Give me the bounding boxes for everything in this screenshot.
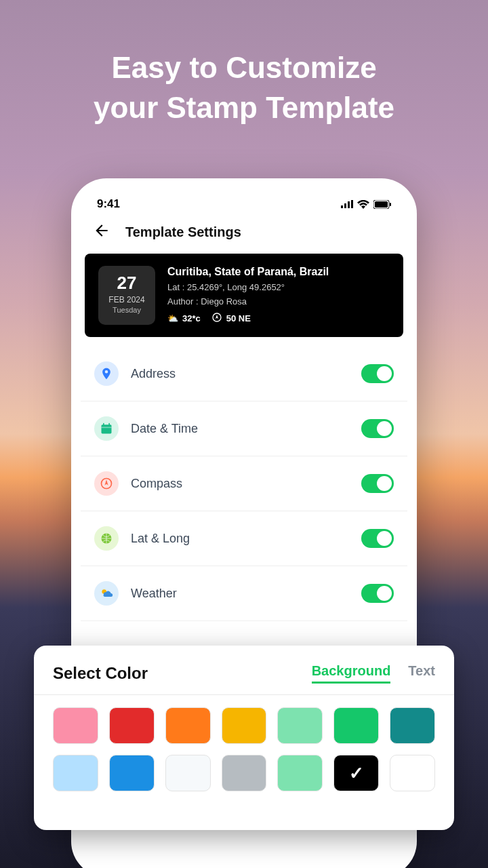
color-swatch[interactable] — [390, 755, 435, 791]
weather-icon — [94, 581, 119, 606]
page-title: Template Settings — [125, 224, 241, 240]
setting-label: Address — [131, 367, 349, 381]
color-grid — [53, 707, 435, 791]
settings-list: Address Date & Time Compass Lat & Long W… — [81, 347, 407, 621]
marketing-headline: Easy to Customize your Stamp Template — [0, 0, 488, 128]
tab-text[interactable]: Text — [408, 663, 435, 684]
svg-rect-0 — [341, 205, 343, 208]
signal-icon — [341, 200, 353, 208]
datetime-icon — [94, 416, 119, 441]
preview-author: Author : Diego Rosa — [167, 296, 329, 307]
status-bar: 9:41 — [81, 188, 407, 215]
svg-rect-5 — [375, 201, 388, 208]
date-badge: 27 FEB 2024 Tuesday — [98, 266, 155, 325]
toggle-compass[interactable] — [361, 474, 394, 493]
headline-line: your Stamp Template — [0, 87, 488, 127]
toggle-weather[interactable] — [361, 584, 394, 603]
battery-icon — [373, 200, 391, 209]
color-swatch[interactable] — [390, 707, 435, 744]
cloud-icon: ⛅ — [167, 313, 178, 323]
setting-row-datetime: Date & Time — [81, 401, 407, 456]
preview-weather: ⛅ 32*c — [167, 313, 201, 323]
stamp-preview: 27 FEB 2024 Tuesday Curitiba, State of P… — [85, 254, 403, 337]
preview-location: Curitiba, State of Paraná, Brazil — [167, 266, 329, 278]
setting-row-weather: Weather — [81, 566, 407, 621]
color-panel-title: Select Color — [53, 664, 148, 683]
navbar: Template Settings — [81, 215, 407, 254]
wifi-icon — [357, 200, 369, 209]
latlong-icon — [94, 526, 119, 551]
toggle-address[interactable] — [361, 364, 394, 383]
back-button[interactable] — [93, 222, 110, 243]
status-time: 9:41 — [97, 197, 120, 211]
color-swatch[interactable] — [109, 707, 155, 744]
toggle-datetime[interactable] — [361, 419, 394, 438]
setting-row-latlong: Lat & Long — [81, 511, 407, 566]
svg-rect-9 — [102, 427, 112, 429]
svg-rect-6 — [390, 203, 391, 206]
compass-icon — [94, 471, 119, 496]
tab-background[interactable]: Background — [312, 663, 391, 684]
setting-row-address: Address — [81, 347, 407, 401]
color-swatch[interactable] — [277, 707, 323, 744]
date-day: 27 — [106, 273, 147, 294]
setting-label: Lat & Long — [131, 532, 349, 546]
color-swatch[interactable] — [53, 755, 98, 791]
color-swatch[interactable] — [53, 707, 98, 744]
toggle-latlong[interactable] — [361, 529, 394, 548]
preview-latlong: Lat : 25.4269°, Long 49.2652° — [167, 282, 329, 292]
color-swatch[interactable] — [222, 755, 267, 791]
color-swatch[interactable] — [333, 755, 379, 791]
address-icon — [94, 361, 119, 386]
setting-label: Weather — [131, 587, 349, 601]
headline-line: Easy to Customize — [0, 47, 488, 87]
color-swatch[interactable] — [333, 707, 379, 744]
date-weekday: Tuesday — [106, 306, 147, 314]
preview-compass: 50 NE — [211, 312, 251, 325]
preview-temp: 32*c — [182, 313, 201, 323]
svg-rect-10 — [103, 423, 104, 426]
svg-rect-11 — [108, 423, 110, 426]
svg-rect-2 — [348, 201, 350, 208]
setting-row-compass: Compass — [81, 456, 407, 511]
color-tabs: Background Text — [312, 663, 435, 684]
divider — [34, 694, 454, 695]
svg-rect-3 — [351, 200, 353, 208]
setting-label: Date & Time — [131, 422, 349, 436]
color-swatch[interactable] — [109, 755, 155, 791]
color-swatch[interactable] — [277, 755, 323, 791]
color-panel: Select Color Background Text — [34, 646, 454, 830]
color-swatch[interactable] — [165, 755, 211, 791]
setting-label: Compass — [131, 477, 349, 491]
color-swatch[interactable] — [165, 707, 211, 744]
color-swatch[interactable] — [222, 707, 267, 744]
status-icons — [341, 200, 391, 209]
svg-rect-8 — [102, 425, 112, 433]
preview-info: Curitiba, State of Paraná, Brazil Lat : … — [167, 266, 329, 325]
compass-icon — [211, 312, 222, 325]
date-month: FEB 2024 — [106, 295, 147, 304]
preview-heading: 50 NE — [226, 313, 251, 323]
svg-rect-1 — [344, 203, 346, 208]
